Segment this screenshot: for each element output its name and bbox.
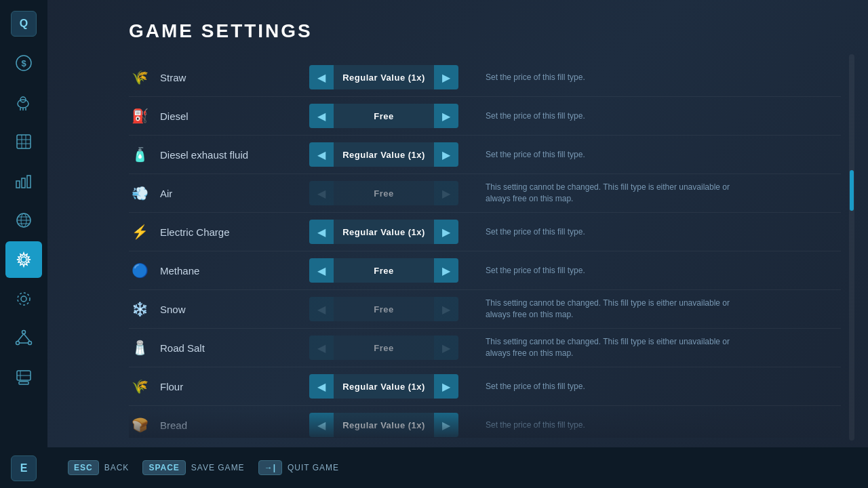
value-control-straw: ◀Regular Value (1x)▶ [309, 65, 458, 89]
icon-bread: 🍞 [129, 414, 151, 436]
icon-diesel-exhaust: 🧴 [129, 144, 151, 165]
desc-air: This setting cannot be changed. This fil… [486, 182, 730, 205]
value-display-methane: Free [334, 258, 434, 283]
svg-point-27 [21, 257, 26, 262]
sidebar-item-network[interactable] [5, 320, 42, 357]
arrow-right-snow: ▶ [434, 297, 458, 321]
quit-key[interactable]: →| [258, 460, 282, 475]
arrow-right-road-salt: ▶ [434, 336, 458, 360]
icon-flour: 🌾 [129, 375, 151, 397]
value-display-flour: Regular Value (1x) [334, 374, 434, 399]
svg-point-31 [16, 342, 20, 345]
q-button[interactable]: Q [11, 11, 37, 37]
setting-row-electric-charge: ⚡Electric Charge◀Regular Value (1x)▶Set … [129, 213, 841, 251]
arrow-right-electric-charge[interactable]: ▶ [434, 220, 458, 244]
arrow-left-diesel-exhaust[interactable]: ◀ [309, 142, 334, 167]
desc-snow: This setting cannot be changed. This fil… [486, 298, 730, 321]
desc-straw: Set the price of this fill type. [486, 72, 585, 83]
scroll-track[interactable] [849, 54, 854, 441]
desc-flour: Set the price of this fill type. [486, 381, 585, 392]
name-straw: Straw [160, 72, 309, 83]
arrow-left-snow: ◀ [309, 297, 334, 321]
arrow-left-methane[interactable]: ◀ [309, 258, 334, 283]
esc-label: BACK [104, 463, 130, 472]
name-methane: Methane [160, 265, 309, 277]
arrow-right-diesel[interactable]: ▶ [434, 104, 458, 128]
scroll-thumb [850, 170, 854, 211]
value-control-flour: ◀Regular Value (1x)▶ [309, 374, 458, 399]
sidebar-item-settings[interactable] [5, 281, 42, 317]
arrow-right-bread[interactable]: ▶ [434, 413, 458, 437]
desc-bread: Set the price of this fill type. [486, 420, 585, 431]
setting-row-road-salt: 🧂Road Salt◀Free▶This setting cannot be c… [129, 329, 841, 367]
arrow-right-diesel-exhaust[interactable]: ▶ [434, 142, 458, 167]
esc-key[interactable]: ESC [68, 460, 99, 475]
name-flour: Flour [160, 381, 309, 392]
value-display-air: Free [334, 181, 434, 205]
name-snow: Snow [160, 304, 309, 315]
arrow-left-air: ◀ [309, 181, 334, 205]
icon-road-salt: 🧂 [129, 337, 151, 359]
setting-row-methane: 🔵Methane◀Free▶Set the price of this fill… [129, 251, 841, 290]
quit-label: QUIT GAME [288, 463, 339, 472]
arrow-left-diesel[interactable]: ◀ [309, 104, 334, 128]
arrow-left-electric-charge[interactable]: ◀ [309, 220, 334, 244]
svg-point-9 [18, 100, 28, 108]
name-electric-charge: Electric Charge [160, 226, 309, 238]
arrow-right-flour[interactable]: ▶ [434, 374, 458, 399]
bottom-bar: ESC BACK SPACE SAVE GAME →| QUIT GAME [47, 447, 868, 488]
value-control-diesel-exhaust: ◀Regular Value (1x)▶ [309, 142, 458, 167]
value-control-diesel: ◀Free▶ [309, 104, 458, 128]
svg-rect-19 [16, 181, 20, 188]
settings-list: 🌾Straw◀Regular Value (1x)▶Set the price … [129, 58, 841, 438]
space-key[interactable]: SPACE [142, 460, 185, 475]
value-control-road-salt: ◀Free▶ [309, 336, 458, 360]
icon-snow: ❄️ [129, 298, 151, 320]
setting-row-diesel-exhaust: 🧴Diesel exhaust fluid◀Regular Value (1x)… [129, 136, 841, 174]
svg-line-34 [24, 334, 30, 342]
value-display-diesel-exhaust: Regular Value (1x) [334, 142, 434, 167]
page-title: GAME SETTINGS [129, 20, 841, 42]
arrow-left-straw[interactable]: ◀ [309, 65, 334, 89]
svg-point-30 [22, 331, 26, 334]
space-label: SAVE GAME [191, 463, 245, 472]
svg-point-32 [28, 342, 32, 345]
desc-road-salt: This setting cannot be changed. This fil… [486, 336, 730, 359]
sidebar-item-fields[interactable] [5, 123, 42, 160]
e-button[interactable]: E [11, 455, 37, 481]
value-control-bread: ◀Regular Value (1x)▶ [309, 413, 458, 437]
sidebar-item-production[interactable] [5, 163, 42, 199]
arrow-left-road-salt: ◀ [309, 336, 334, 360]
arrow-left-flour[interactable]: ◀ [309, 374, 334, 399]
arrow-right-air: ▶ [434, 181, 458, 205]
svg-point-29 [18, 293, 30, 305]
e-label: E [20, 462, 28, 474]
sidebar-item-economy[interactable]: $ [5, 45, 42, 81]
name-bread: Bread [160, 420, 309, 431]
svg-line-33 [18, 334, 24, 342]
setting-row-straw: 🌾Straw◀Regular Value (1x)▶Set the price … [129, 58, 841, 97]
main-content: GAME SETTINGS 🌾Straw◀Regular Value (1x)▶… [47, 0, 868, 447]
sidebar: $ [0, 0, 47, 488]
desc-methane: Set the price of this fill type. [486, 265, 585, 277]
value-display-road-salt: Free [334, 336, 434, 360]
name-diesel-exhaust: Diesel exhaust fluid [160, 149, 309, 161]
arrow-right-straw[interactable]: ▶ [434, 65, 458, 89]
sidebar-item-gamesettings[interactable] [5, 241, 42, 278]
value-display-bread: Regular Value (1x) [334, 413, 434, 437]
sidebar-item-help[interactable] [5, 359, 42, 396]
q-label: Q [20, 18, 28, 30]
key-hint-esc: ESC BACK [68, 460, 129, 475]
svg-rect-39 [19, 382, 28, 384]
arrow-right-methane[interactable]: ▶ [434, 258, 458, 283]
sidebar-item-animals[interactable] [5, 84, 42, 121]
sidebar-item-map[interactable] [5, 202, 42, 239]
setting-row-snow: ❄️Snow◀Free▶This setting cannot be chang… [129, 290, 841, 329]
setting-row-diesel: ⛽Diesel◀Free▶Set the price of this fill … [129, 97, 841, 136]
icon-diesel: ⛽ [129, 105, 151, 127]
value-control-methane: ◀Free▶ [309, 258, 458, 283]
value-control-air: ◀Free▶ [309, 181, 458, 205]
svg-point-28 [21, 296, 26, 302]
settings-wrapper: 🌾Straw◀Regular Value (1x)▶Set the price … [129, 58, 841, 438]
arrow-left-bread[interactable]: ◀ [309, 413, 334, 437]
